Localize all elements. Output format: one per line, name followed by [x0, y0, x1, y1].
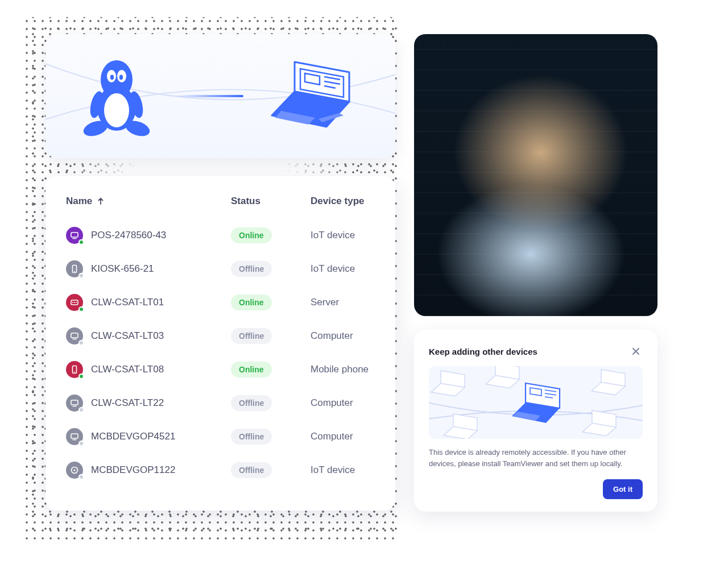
connection-arrow: [175, 95, 243, 97]
status-badge: Offline: [231, 462, 272, 478]
svg-point-6: [104, 93, 129, 127]
svg-rect-22: [71, 333, 78, 338]
device-type-icon: [66, 395, 83, 412]
person-with-laptop-photo: [414, 34, 657, 316]
col-status-label[interactable]: Status: [231, 196, 311, 207]
device-name: MCBDEVGOP1122: [91, 464, 175, 476]
close-button[interactable]: [629, 345, 643, 358]
svg-point-17: [74, 271, 75, 272]
status-badge: Offline: [231, 261, 272, 277]
promo-body-text: This device is already remotely accessib…: [429, 447, 643, 470]
device-type-label: Computer: [311, 397, 375, 409]
device-name: MCBDEVGOP4521: [91, 431, 175, 442]
status-badge: Offline: [231, 429, 272, 445]
linux-penguin-icon: [80, 53, 154, 139]
device-row[interactable]: CLW-CSAT-LT08OnlineMobile phone: [66, 352, 375, 386]
svg-rect-28: [71, 434, 78, 438]
svg-rect-14: [71, 233, 78, 237]
device-type-label: IoT device: [311, 464, 375, 476]
status-badge: Online: [231, 362, 272, 377]
promo-illustration: [429, 366, 643, 439]
device-type-icon: [66, 428, 83, 445]
device-name: POS-2478560-43: [91, 230, 166, 241]
device-name: CLW-CSAT-LT01: [91, 297, 164, 308]
svg-point-20: [74, 302, 75, 303]
device-row[interactable]: POS-2478560-43OnlineIoT device: [66, 218, 375, 252]
svg-point-31: [73, 469, 75, 471]
device-type-label: Computer: [311, 431, 375, 442]
device-type-icon: [66, 294, 83, 311]
device-row[interactable]: MCBDEVGOP1122OfflineIoT device: [66, 453, 375, 487]
sort-ascending-icon: [97, 197, 105, 205]
col-name-label[interactable]: Name: [66, 196, 92, 207]
linux-to-laptop-banner: [46, 34, 395, 158]
status-badge: Online: [231, 294, 272, 310]
device-type-label: IoT device: [311, 230, 375, 241]
svg-point-25: [74, 371, 75, 372]
device-name: CLW-CSAT-LT03: [91, 330, 164, 342]
device-row[interactable]: CLW-CSAT-LT01OnlineServer: [66, 285, 375, 319]
devices-table-card: Name Status Device type POS-2478560-43On…: [46, 176, 395, 511]
devices-table-header: Name Status Device type: [66, 196, 375, 218]
device-type-label: IoT device: [311, 263, 375, 275]
device-type-icon: [66, 327, 83, 345]
svg-point-21: [76, 302, 77, 303]
svg-rect-26: [71, 400, 78, 405]
col-type-label[interactable]: Device type: [311, 196, 375, 207]
device-type-label: Computer: [311, 330, 375, 342]
device-name: CLW-CSAT-LT08: [91, 364, 164, 375]
device-type-icon: [66, 462, 83, 479]
status-badge: Offline: [231, 395, 272, 411]
device-type-icon: [66, 361, 83, 378]
status-badge: Online: [231, 227, 272, 243]
status-badge: Offline: [231, 328, 272, 344]
svg-point-10: [119, 75, 122, 80]
device-name: CLW-CSAT-LT22: [91, 397, 164, 409]
laptop-icon: [265, 56, 362, 136]
svg-point-19: [72, 302, 73, 303]
got-it-button[interactable]: Got it: [603, 479, 643, 499]
device-row[interactable]: KIOSK-656-21OfflineIoT device: [66, 252, 375, 285]
device-row[interactable]: MCBDEVGOP4521OfflineComputer: [66, 420, 375, 453]
svg-point-9: [110, 75, 113, 80]
device-type-icon: [66, 260, 83, 277]
device-row[interactable]: CLW-CSAT-LT03OfflineComputer: [66, 319, 375, 352]
device-type-icon: [66, 227, 83, 244]
device-name: KIOSK-656-21: [91, 263, 154, 275]
promo-title: Keep adding other devices: [429, 347, 537, 356]
device-type-label: Mobile phone: [311, 364, 375, 375]
keep-adding-devices-card: Keep adding other devices: [414, 330, 657, 512]
close-icon: [632, 347, 640, 355]
device-row[interactable]: CLW-CSAT-LT22OfflineComputer: [66, 386, 375, 420]
device-type-label: Server: [311, 297, 375, 308]
